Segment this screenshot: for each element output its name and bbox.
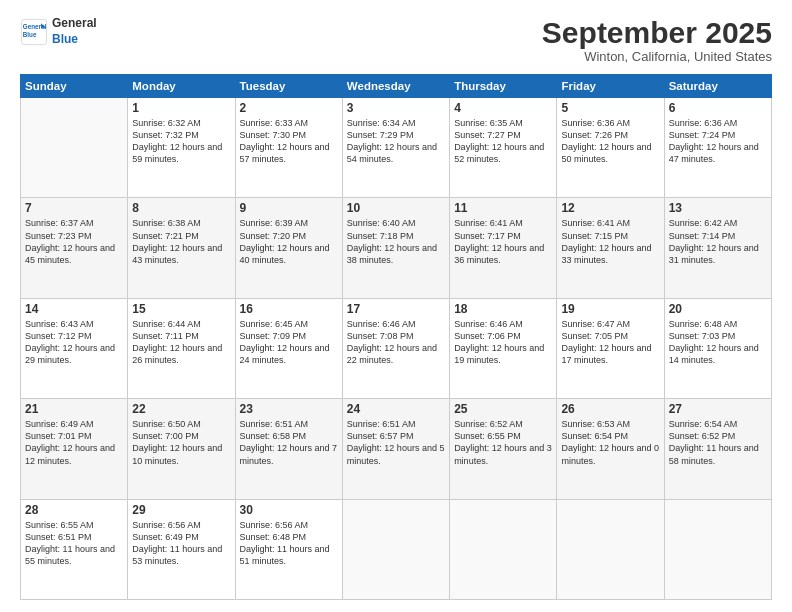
calendar-cell: 29Sunrise: 6:56 AMSunset: 6:49 PMDayligh… xyxy=(128,499,235,599)
page: General Blue General Blue September 2025… xyxy=(0,0,792,612)
location: Winton, California, United States xyxy=(542,49,772,64)
header: General Blue General Blue September 2025… xyxy=(20,16,772,64)
day-number: 24 xyxy=(347,402,445,416)
cell-details: Sunrise: 6:34 AMSunset: 7:29 PMDaylight:… xyxy=(347,117,445,166)
calendar-cell: 17Sunrise: 6:46 AMSunset: 7:08 PMDayligh… xyxy=(342,298,449,398)
calendar-cell: 16Sunrise: 6:45 AMSunset: 7:09 PMDayligh… xyxy=(235,298,342,398)
cell-details: Sunrise: 6:51 AMSunset: 6:57 PMDaylight:… xyxy=(347,418,445,467)
calendar-cell: 24Sunrise: 6:51 AMSunset: 6:57 PMDayligh… xyxy=(342,399,449,499)
day-number: 12 xyxy=(561,201,659,215)
logo-line1: General xyxy=(52,16,97,32)
day-number: 27 xyxy=(669,402,767,416)
cell-details: Sunrise: 6:40 AMSunset: 7:18 PMDaylight:… xyxy=(347,217,445,266)
calendar-week-row: 21Sunrise: 6:49 AMSunset: 7:01 PMDayligh… xyxy=(21,399,772,499)
day-number: 16 xyxy=(240,302,338,316)
calendar-cell: 12Sunrise: 6:41 AMSunset: 7:15 PMDayligh… xyxy=(557,198,664,298)
header-tuesday: Tuesday xyxy=(235,75,342,98)
calendar-cell: 15Sunrise: 6:44 AMSunset: 7:11 PMDayligh… xyxy=(128,298,235,398)
calendar-cell: 30Sunrise: 6:56 AMSunset: 6:48 PMDayligh… xyxy=(235,499,342,599)
calendar-week-row: 28Sunrise: 6:55 AMSunset: 6:51 PMDayligh… xyxy=(21,499,772,599)
cell-details: Sunrise: 6:51 AMSunset: 6:58 PMDaylight:… xyxy=(240,418,338,467)
calendar-cell: 1Sunrise: 6:32 AMSunset: 7:32 PMDaylight… xyxy=(128,98,235,198)
cell-details: Sunrise: 6:45 AMSunset: 7:09 PMDaylight:… xyxy=(240,318,338,367)
cell-details: Sunrise: 6:36 AMSunset: 7:26 PMDaylight:… xyxy=(561,117,659,166)
day-number: 10 xyxy=(347,201,445,215)
day-number: 23 xyxy=(240,402,338,416)
cell-details: Sunrise: 6:49 AMSunset: 7:01 PMDaylight:… xyxy=(25,418,123,467)
calendar-cell: 14Sunrise: 6:43 AMSunset: 7:12 PMDayligh… xyxy=(21,298,128,398)
header-sunday: Sunday xyxy=(21,75,128,98)
day-number: 9 xyxy=(240,201,338,215)
calendar-cell: 21Sunrise: 6:49 AMSunset: 7:01 PMDayligh… xyxy=(21,399,128,499)
calendar-cell: 5Sunrise: 6:36 AMSunset: 7:26 PMDaylight… xyxy=(557,98,664,198)
calendar-week-row: 14Sunrise: 6:43 AMSunset: 7:12 PMDayligh… xyxy=(21,298,772,398)
header-saturday: Saturday xyxy=(664,75,771,98)
cell-details: Sunrise: 6:39 AMSunset: 7:20 PMDaylight:… xyxy=(240,217,338,266)
calendar: Sunday Monday Tuesday Wednesday Thursday… xyxy=(20,74,772,600)
calendar-cell: 11Sunrise: 6:41 AMSunset: 7:17 PMDayligh… xyxy=(450,198,557,298)
calendar-cell: 18Sunrise: 6:46 AMSunset: 7:06 PMDayligh… xyxy=(450,298,557,398)
day-number: 20 xyxy=(669,302,767,316)
day-number: 22 xyxy=(132,402,230,416)
calendar-cell: 9Sunrise: 6:39 AMSunset: 7:20 PMDaylight… xyxy=(235,198,342,298)
cell-details: Sunrise: 6:46 AMSunset: 7:06 PMDaylight:… xyxy=(454,318,552,367)
day-number: 28 xyxy=(25,503,123,517)
day-number: 7 xyxy=(25,201,123,215)
day-number: 19 xyxy=(561,302,659,316)
header-friday: Friday xyxy=(557,75,664,98)
cell-details: Sunrise: 6:55 AMSunset: 6:51 PMDaylight:… xyxy=(25,519,123,568)
cell-details: Sunrise: 6:47 AMSunset: 7:05 PMDaylight:… xyxy=(561,318,659,367)
cell-details: Sunrise: 6:52 AMSunset: 6:55 PMDaylight:… xyxy=(454,418,552,467)
day-number: 11 xyxy=(454,201,552,215)
calendar-cell: 8Sunrise: 6:38 AMSunset: 7:21 PMDaylight… xyxy=(128,198,235,298)
calendar-cell: 7Sunrise: 6:37 AMSunset: 7:23 PMDaylight… xyxy=(21,198,128,298)
cell-details: Sunrise: 6:56 AMSunset: 6:49 PMDaylight:… xyxy=(132,519,230,568)
logo: General Blue General Blue xyxy=(20,16,97,47)
day-number: 17 xyxy=(347,302,445,316)
header-wednesday: Wednesday xyxy=(342,75,449,98)
cell-details: Sunrise: 6:35 AMSunset: 7:27 PMDaylight:… xyxy=(454,117,552,166)
calendar-cell: 20Sunrise: 6:48 AMSunset: 7:03 PMDayligh… xyxy=(664,298,771,398)
calendar-cell xyxy=(342,499,449,599)
cell-details: Sunrise: 6:33 AMSunset: 7:30 PMDaylight:… xyxy=(240,117,338,166)
logo-icon: General Blue xyxy=(20,18,48,46)
calendar-cell: 19Sunrise: 6:47 AMSunset: 7:05 PMDayligh… xyxy=(557,298,664,398)
header-thursday: Thursday xyxy=(450,75,557,98)
cell-details: Sunrise: 6:56 AMSunset: 6:48 PMDaylight:… xyxy=(240,519,338,568)
calendar-cell: 13Sunrise: 6:42 AMSunset: 7:14 PMDayligh… xyxy=(664,198,771,298)
calendar-cell: 10Sunrise: 6:40 AMSunset: 7:18 PMDayligh… xyxy=(342,198,449,298)
calendar-cell: 27Sunrise: 6:54 AMSunset: 6:52 PMDayligh… xyxy=(664,399,771,499)
day-number: 15 xyxy=(132,302,230,316)
month-title: September 2025 xyxy=(542,16,772,49)
cell-details: Sunrise: 6:36 AMSunset: 7:24 PMDaylight:… xyxy=(669,117,767,166)
cell-details: Sunrise: 6:32 AMSunset: 7:32 PMDaylight:… xyxy=(132,117,230,166)
day-number: 30 xyxy=(240,503,338,517)
calendar-week-row: 7Sunrise: 6:37 AMSunset: 7:23 PMDaylight… xyxy=(21,198,772,298)
day-number: 5 xyxy=(561,101,659,115)
cell-details: Sunrise: 6:41 AMSunset: 7:17 PMDaylight:… xyxy=(454,217,552,266)
title-block: September 2025 Winton, California, Unite… xyxy=(542,16,772,64)
calendar-week-row: 1Sunrise: 6:32 AMSunset: 7:32 PMDaylight… xyxy=(21,98,772,198)
day-number: 25 xyxy=(454,402,552,416)
day-number: 14 xyxy=(25,302,123,316)
calendar-cell: 23Sunrise: 6:51 AMSunset: 6:58 PMDayligh… xyxy=(235,399,342,499)
cell-details: Sunrise: 6:53 AMSunset: 6:54 PMDaylight:… xyxy=(561,418,659,467)
day-number: 8 xyxy=(132,201,230,215)
header-monday: Monday xyxy=(128,75,235,98)
calendar-cell xyxy=(557,499,664,599)
day-number: 21 xyxy=(25,402,123,416)
weekday-header-row: Sunday Monday Tuesday Wednesday Thursday… xyxy=(21,75,772,98)
calendar-cell: 6Sunrise: 6:36 AMSunset: 7:24 PMDaylight… xyxy=(664,98,771,198)
calendar-cell: 22Sunrise: 6:50 AMSunset: 7:00 PMDayligh… xyxy=(128,399,235,499)
cell-details: Sunrise: 6:42 AMSunset: 7:14 PMDaylight:… xyxy=(669,217,767,266)
calendar-cell: 4Sunrise: 6:35 AMSunset: 7:27 PMDaylight… xyxy=(450,98,557,198)
cell-details: Sunrise: 6:38 AMSunset: 7:21 PMDaylight:… xyxy=(132,217,230,266)
day-number: 13 xyxy=(669,201,767,215)
svg-text:Blue: Blue xyxy=(23,30,37,37)
calendar-cell: 26Sunrise: 6:53 AMSunset: 6:54 PMDayligh… xyxy=(557,399,664,499)
cell-details: Sunrise: 6:48 AMSunset: 7:03 PMDaylight:… xyxy=(669,318,767,367)
cell-details: Sunrise: 6:46 AMSunset: 7:08 PMDaylight:… xyxy=(347,318,445,367)
calendar-cell: 2Sunrise: 6:33 AMSunset: 7:30 PMDaylight… xyxy=(235,98,342,198)
cell-details: Sunrise: 6:37 AMSunset: 7:23 PMDaylight:… xyxy=(25,217,123,266)
cell-details: Sunrise: 6:43 AMSunset: 7:12 PMDaylight:… xyxy=(25,318,123,367)
